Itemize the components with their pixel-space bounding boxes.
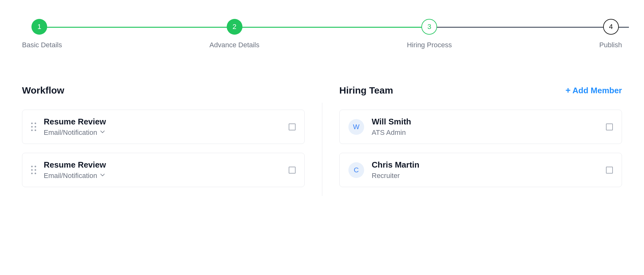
workflow-item-checkbox[interactable] [289, 167, 296, 174]
progress-stepper: 1 Basic Details 2 Advance Details 3 Hiri… [22, 19, 622, 49]
step-label: Advance Details [209, 41, 259, 49]
step-circle: 2 [227, 19, 242, 35]
step-publish[interactable]: 4 Publish [599, 19, 622, 49]
team-member-role: ATS Admin [372, 129, 598, 137]
add-member-label: Add Member [573, 86, 622, 95]
step-circle: 3 [421, 19, 437, 35]
content-columns: Workflow Resume Review Email/Notificatio… [22, 84, 622, 196]
step-number: 2 [232, 23, 236, 31]
chevron-down-icon [100, 174, 105, 178]
workflow-item-sub-dropdown[interactable]: Email/Notification [44, 172, 281, 180]
team-member-role: Recruiter [372, 172, 598, 180]
step-label: Basic Details [22, 41, 62, 49]
workflow-item-sub-label: Email/Notification [44, 129, 97, 137]
avatar-initial: C [354, 166, 359, 174]
vertical-divider [322, 103, 322, 196]
chevron-down-icon [100, 130, 105, 135]
avatar: C [348, 162, 364, 178]
step-basic-details[interactable]: 1 Basic Details [22, 19, 62, 49]
step-label: Hiring Process [407, 41, 452, 49]
step-connector-2-3 [236, 27, 433, 28]
workflow-item-body: Resume Review Email/Notification [44, 160, 281, 180]
drag-handle-icon[interactable] [31, 166, 36, 174]
drag-handle-icon[interactable] [31, 123, 36, 131]
team-member-checkbox[interactable] [606, 123, 613, 130]
workflow-item: Resume Review Email/Notification [22, 110, 305, 144]
step-connector-1-2 [39, 27, 236, 28]
team-member-body: Chris Martin Recruiter [372, 160, 598, 180]
workflow-item-body: Resume Review Email/Notification [44, 117, 281, 137]
hiring-team-header: Hiring Team + Add Member [339, 84, 622, 97]
workflow-column: Workflow Resume Review Email/Notificatio… [22, 84, 322, 196]
step-circle: 1 [31, 19, 47, 35]
team-member-name: Will Smith [372, 117, 598, 127]
step-number: 1 [37, 23, 41, 31]
workflow-item: Resume Review Email/Notification [22, 153, 305, 187]
team-member-name: Chris Martin [372, 160, 598, 170]
team-member-body: Will Smith ATS Admin [372, 117, 598, 137]
step-advance-details[interactable]: 2 Advance Details [209, 19, 259, 49]
avatar: W [348, 119, 364, 135]
workflow-item-checkbox[interactable] [289, 123, 296, 130]
step-circle: 4 [603, 19, 619, 35]
team-member-item: W Will Smith ATS Admin [339, 110, 622, 144]
step-number: 4 [609, 23, 613, 31]
step-number: 3 [427, 23, 431, 31]
workflow-header: Workflow [22, 84, 305, 97]
workflow-item-sub-dropdown[interactable]: Email/Notification [44, 129, 281, 137]
workflow-item-title: Resume Review [44, 117, 281, 127]
step-hiring-process[interactable]: 3 Hiring Process [407, 19, 452, 49]
avatar-initial: W [353, 123, 360, 131]
workflow-item-title: Resume Review [44, 160, 281, 170]
add-member-button[interactable]: + Add Member [565, 86, 622, 95]
step-label: Publish [599, 41, 622, 49]
workflow-item-sub-label: Email/Notification [44, 172, 97, 180]
hiring-team-column: Hiring Team + Add Member W Will Smith AT… [322, 84, 622, 196]
plus-icon: + [565, 86, 570, 95]
team-member-item: C Chris Martin Recruiter [339, 153, 622, 187]
hiring-team-heading: Hiring Team [339, 85, 393, 96]
team-member-checkbox[interactable] [606, 167, 613, 174]
workflow-heading: Workflow [22, 85, 64, 96]
